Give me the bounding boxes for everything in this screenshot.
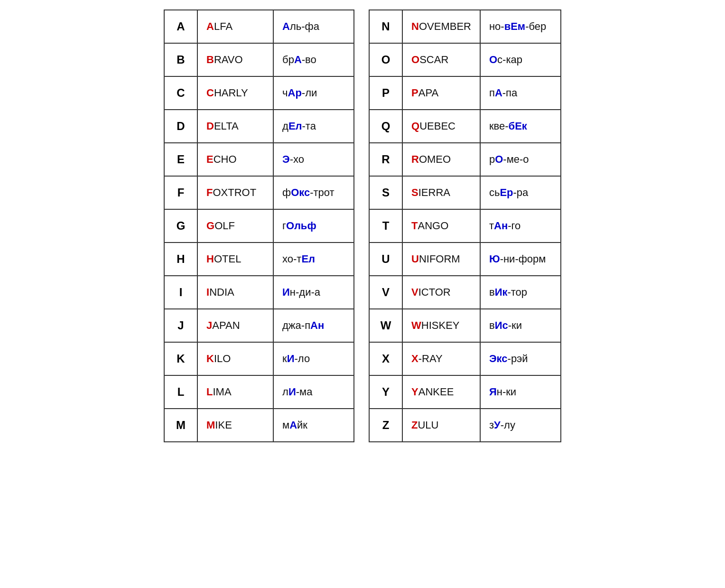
letter-cell: R [369, 143, 402, 176]
text-part: ULU [418, 419, 438, 431]
text-part: кве- [489, 120, 509, 132]
text-part: Экс [489, 353, 508, 364]
text-part: м [282, 419, 289, 431]
table-row: AALFAАль-фа [164, 10, 354, 43]
text-part: О [495, 153, 503, 165]
russian-cell: Ю-ни-форм [480, 243, 561, 276]
text-part: Ис [495, 319, 508, 331]
text-part: -ли [302, 87, 317, 99]
letter-cell: J [164, 309, 197, 342]
english-cell: CHARLY [197, 76, 273, 110]
text-part: л [282, 386, 288, 398]
text-part: Q [411, 120, 419, 132]
table-row: OOSCARОс-кар [369, 43, 561, 76]
text-part: -во [302, 54, 316, 65]
text-part: A [206, 20, 214, 32]
text-part: вЕм [504, 20, 525, 32]
letter-cell: X [369, 342, 402, 375]
english-cell: ZULU [402, 409, 480, 442]
english-cell: SIERRA [402, 176, 480, 209]
text-part: HISKEY [421, 319, 460, 331]
text-part: APA [418, 87, 438, 99]
text-part: йк [297, 419, 307, 431]
russian-cell: Аль-фа [273, 10, 354, 43]
text-part: с-кар [497, 54, 522, 65]
english-cell: INDIA [197, 276, 273, 309]
text-part: п [489, 87, 495, 99]
letter-cell: C [164, 76, 197, 110]
text-part: NIFORM [419, 253, 460, 265]
text-part: LFA [214, 20, 232, 32]
text-part: А [495, 87, 502, 99]
text-part: -ма [296, 386, 313, 398]
text-part: хо-т [282, 253, 301, 265]
text-part: О [489, 54, 497, 65]
text-part: А [289, 419, 297, 431]
russian-cell: хо-тЕл [273, 243, 354, 276]
text-part: ANGO [418, 220, 448, 232]
text-part: HARLY [214, 87, 248, 99]
text-part: -трот [310, 187, 334, 198]
text-part: -ни-форм [500, 253, 546, 265]
text-part: IMA [213, 386, 231, 398]
text-part: SCAR [419, 54, 448, 65]
text-part: -ра [513, 187, 529, 198]
text-part: джа-п [282, 319, 310, 331]
text-part: И [282, 286, 290, 298]
text-part: OTEL [214, 253, 241, 265]
table-row: VVICTORвИк-тор [369, 276, 561, 309]
letter-cell: Z [369, 409, 402, 442]
text-part: А [294, 54, 302, 65]
russian-cell: тАн-го [480, 209, 561, 243]
letter-cell: F [164, 176, 197, 209]
text-part: р [489, 153, 495, 165]
text-part: А [282, 20, 290, 32]
text-part: APAN [212, 319, 240, 331]
text-part: Э [282, 153, 290, 165]
russian-cell: Э-хо [273, 143, 354, 176]
text-part: ф [282, 187, 291, 198]
russian-cell: Ян-ки [480, 375, 561, 409]
text-part: X [411, 353, 418, 364]
table-row: BBRAVOбрА-во [164, 43, 354, 76]
text-part: W [411, 319, 421, 331]
table-row: FFOXTROTфОкс-трот [164, 176, 354, 209]
text-part: M [206, 419, 215, 431]
table-row: XX-RAYЭкс-рэй [369, 342, 561, 375]
english-cell: UNIFORM [402, 243, 480, 276]
letter-cell: U [369, 243, 402, 276]
russian-cell: сьЕр-ра [480, 176, 561, 209]
russian-cell: Ос-кар [480, 43, 561, 76]
table-row: EECHOЭ-хо [164, 143, 354, 176]
english-cell: QUEBEC [402, 110, 480, 143]
text-part: Ел [288, 120, 302, 132]
russian-cell: пА-па [480, 76, 561, 110]
text-part: H [206, 253, 214, 265]
russian-cell: рО-ме-о [480, 143, 561, 176]
russian-cell: джа-пАн [273, 309, 354, 342]
text-part: д [282, 120, 288, 132]
text-part: Я [489, 386, 497, 398]
tables-wrapper: AALFAАль-фаBBRAVOбрА-воCCHARLYчАр-лиDDEL… [164, 9, 561, 442]
english-cell: MIKE [197, 409, 273, 442]
russian-cell: Экс-рэй [480, 342, 561, 375]
table-row: PPAPAпА-па [369, 76, 561, 110]
russian-cell: зУ-лу [480, 409, 561, 442]
text-part: -го [508, 220, 521, 232]
text-part: G [206, 220, 214, 232]
text-part: IERRA [418, 187, 450, 198]
text-part: F [206, 187, 213, 198]
text-part: -ки [508, 319, 522, 331]
english-cell: VICTOR [402, 276, 480, 309]
letter-cell: E [164, 143, 197, 176]
letter-cell: W [369, 309, 402, 342]
table-row: TTANGOтАн-го [369, 209, 561, 243]
letter-cell: P [369, 76, 402, 110]
letter-cell: N [369, 10, 402, 43]
text-part: Окс [291, 187, 310, 198]
russian-cell: Ин-ди-а [273, 276, 354, 309]
text-part: в [489, 319, 495, 331]
letter-cell: D [164, 110, 197, 143]
letter-cell: A [164, 10, 197, 43]
text-part: C [206, 87, 214, 99]
